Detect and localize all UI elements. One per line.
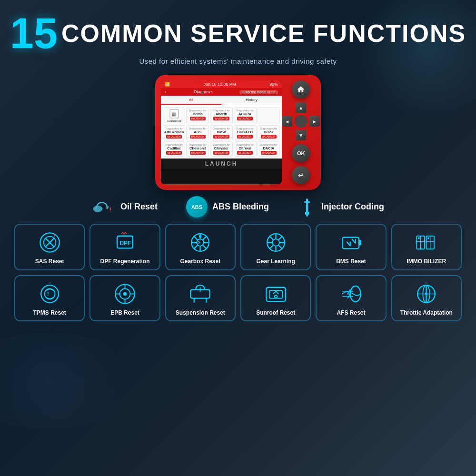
- tpms-icon: !: [37, 281, 63, 307]
- back-nav-button[interactable]: ↩: [292, 166, 310, 184]
- wifi-icon: 📶: [165, 82, 170, 87]
- back-button[interactable]: ‹: [165, 89, 166, 94]
- oil-reset-label: Oil Reset: [120, 202, 158, 212]
- brand-demo[interactable]: Diagnostics for Demo by LAUNCH: [186, 107, 209, 124]
- epb-reset-label: EPB Reset: [110, 309, 139, 317]
- gearbox-reset-card[interactable]: ⟳ Gearbox Reset: [165, 224, 236, 270]
- functions-section: ! SAS Reset DPF DPF Regeneration: [0, 221, 476, 326]
- brand-dacia[interactable]: Diagnostics for DACIA by LAUNCH: [258, 141, 280, 157]
- sas-reset-card[interactable]: ! SAS Reset: [14, 224, 85, 270]
- brand-empty-1: [258, 107, 280, 124]
- brand-acura[interactable]: Diagnostics for ACURA by LAUNCH: [234, 107, 257, 124]
- epb-reset-card[interactable]: EPB Reset: [89, 275, 160, 322]
- brand-abarth[interactable]: Diagnostics for Abarth by LAUNCH: [210, 107, 233, 124]
- svg-text:!: !: [47, 291, 49, 297]
- ok-button[interactable]: OK: [292, 144, 310, 162]
- svg-rect-30: [428, 238, 430, 239]
- bms-reset-card[interactable]: BMS Reset: [316, 224, 386, 270]
- svg-text:⟳: ⟳: [197, 240, 201, 245]
- nav-title: Diagnose: [194, 89, 212, 94]
- status-bar: 📶 Jun 10 12:08 PM 92%: [161, 80, 282, 88]
- screen-content: ▩ AutoDetect Diagnostics for Demo by LAU…: [161, 105, 282, 159]
- dpf-regen-label: DPF Regeneration: [100, 258, 149, 266]
- svg-point-16: [272, 239, 279, 246]
- svg-point-32: [44, 288, 55, 299]
- brand-alfa[interactable]: Diagnostics for Alfa Romeo by LAUNCH: [163, 125, 186, 140]
- oil-reset-item: ! Oil Reset: [92, 198, 158, 215]
- dpad: ▲ ▼ ◄ ►: [282, 102, 320, 140]
- title-line: 15 COMMON SERVICE FUNCTIONS: [10, 12, 466, 55]
- svg-point-50: [425, 292, 428, 295]
- abs-text: ABS: [191, 204, 202, 210]
- svg-point-31: [41, 285, 59, 303]
- gear-learning-icon: [263, 229, 289, 256]
- suspension-reset-card[interactable]: Suspension Reset: [165, 275, 236, 322]
- gear-learning-card[interactable]: Gear Learning: [240, 224, 311, 270]
- sas-icon: !: [37, 229, 63, 256]
- suspension-reset-label: Suspension Reset: [176, 309, 225, 317]
- abs-bleeding-label: ABS Bleeding: [212, 202, 269, 212]
- tab-history[interactable]: History: [221, 96, 282, 105]
- gearbox-reset-label: Gearbox Reset: [180, 258, 220, 266]
- gearbox-icon: ⟳: [187, 229, 213, 256]
- svg-rect-18: [359, 240, 361, 245]
- title-text: COMMON SERVICE FUNCTIONS: [61, 21, 466, 46]
- afs-icon: [338, 281, 364, 307]
- dpad-up[interactable]: ▲: [296, 102, 306, 113]
- device-container: 📶 Jun 10 12:08 PM 92% ‹ Diagnose Enter t…: [0, 75, 476, 190]
- autodetect-cell[interactable]: ▩ AutoDetect: [163, 107, 186, 124]
- buttons-panel: ▲ ▼ ◄ ► OK ↩: [287, 80, 315, 184]
- throttle-adaptation-label: Throttle Adaptation: [400, 309, 453, 317]
- brand-grid: ▩ AutoDetect Diagnostics for Demo by LAU…: [163, 107, 280, 157]
- screen: 📶 Jun 10 12:08 PM 92% ‹ Diagnose Enter t…: [161, 80, 282, 184]
- brand-bugatti[interactable]: Diagnostics for BUGATTI by LAUNCH: [234, 125, 257, 140]
- dpf-icon: DPF: [112, 229, 138, 256]
- svg-point-5: [306, 215, 308, 217]
- service-icons-row: ! Oil Reset ABS ABS Bleeding Injector Co…: [0, 192, 476, 221]
- header: 15 COMMON SERVICE FUNCTIONS Used for eff…: [0, 0, 476, 70]
- dpad-center: [295, 115, 307, 128]
- brand-chrysler[interactable]: Diagnostics for Chrysler by LAUNCH: [210, 141, 233, 157]
- dpad-left[interactable]: ◄: [282, 116, 292, 127]
- tab-all[interactable]: All: [161, 96, 221, 105]
- device: 📶 Jun 10 12:08 PM 92% ‹ Diagnose Enter t…: [155, 75, 321, 190]
- svg-rect-2: [306, 198, 308, 213]
- svg-point-45: [350, 286, 361, 302]
- brand-cadillac[interactable]: Diagnostics for Cadillac by LAUNCH: [163, 141, 186, 157]
- brand-chevrolet[interactable]: Diagnostics for Chevrolet by LAUNCH: [186, 141, 209, 157]
- suspension-icon: [187, 281, 213, 307]
- home-button[interactable]: [292, 80, 310, 99]
- afs-reset-card[interactable]: AFS Reset: [316, 275, 386, 322]
- abs-bleeding-item: ABS ABS Bleeding: [186, 196, 269, 218]
- dpf-regen-card[interactable]: DPF DPF Regeneration: [89, 224, 160, 270]
- epb-icon: [112, 281, 138, 307]
- sas-reset-label: SAS Reset: [35, 258, 64, 266]
- injector-coding-item: Injector Coding: [298, 198, 384, 217]
- brand-bmw[interactable]: Diagnostics for BMW by LAUNCH: [210, 125, 233, 140]
- functions-grid: ! SAS Reset DPF DPF Regeneration: [14, 224, 462, 321]
- gear-learning-label: Gear Learning: [256, 258, 295, 266]
- brand-audi[interactable]: Diagnostics for Audi by LAUNCH: [186, 125, 209, 140]
- throttle-icon: [413, 281, 439, 307]
- bms-reset-label: BMS Reset: [336, 258, 366, 266]
- bms-icon: [338, 229, 364, 256]
- search-bar[interactable]: Enter the model name: [239, 90, 278, 94]
- abs-icon: ABS: [186, 196, 208, 218]
- throttle-adaptation-card[interactable]: Throttle Adaptation: [391, 275, 462, 322]
- svg-text:!: !: [53, 232, 55, 239]
- sunroof-reset-label: Sunroof Reset: [256, 309, 295, 317]
- immobilizer-card[interactable]: IMMO BILIZER: [391, 224, 462, 270]
- dpad-right[interactable]: ►: [309, 116, 320, 127]
- tpms-reset-card[interactable]: ! TPMS Reset: [14, 275, 85, 322]
- nav-bar: ‹ Diagnose Enter the model name: [161, 88, 282, 96]
- title-number: 15: [10, 12, 58, 55]
- brand-buick[interactable]: Diagnostics for Buick by LAUNCH: [258, 125, 280, 140]
- battery-display: 92%: [269, 82, 278, 87]
- sunroof-reset-card[interactable]: Sunroof Reset: [240, 275, 311, 322]
- tab-bar: All History: [161, 96, 282, 105]
- immobilizer-icon: [413, 229, 439, 256]
- time-display: Jun 10 12:08 PM: [203, 82, 236, 87]
- brand-citroen[interactable]: Diagnostics for Citroen by LAUNCH: [234, 141, 257, 157]
- dpad-down[interactable]: ▼: [296, 130, 306, 140]
- svg-text:!: !: [109, 207, 111, 213]
